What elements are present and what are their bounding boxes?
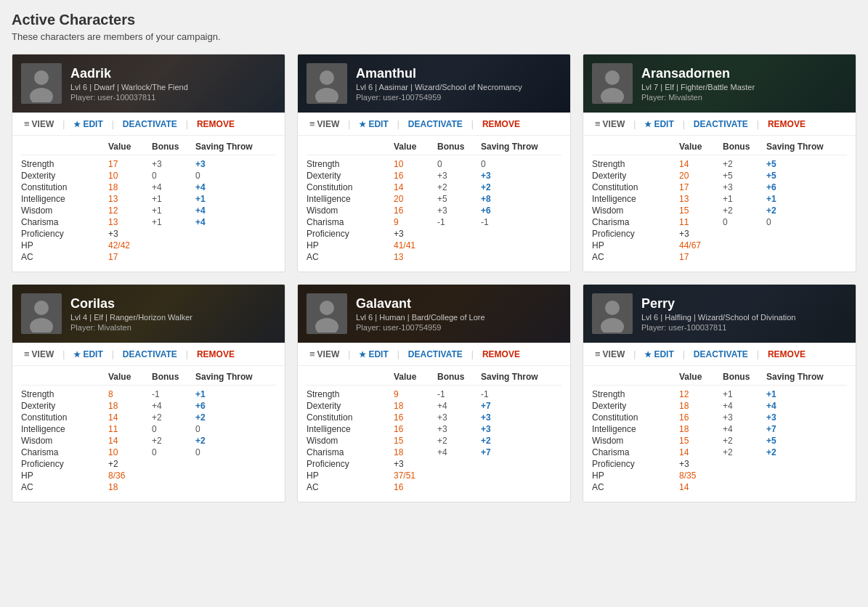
stat-name-cell: Charisma — [21, 217, 108, 227]
stat-value-cell: 18 — [108, 401, 152, 411]
view-button-corilas[interactable]: VIEW — [21, 347, 57, 361]
stat-saving-cell: +2 — [195, 412, 276, 423]
stat-name-cell: Strength — [307, 389, 394, 399]
remove-button-perry[interactable]: REMOVE — [765, 348, 808, 361]
stat-value-cell: 15 — [679, 436, 723, 446]
avatar-svg — [593, 295, 631, 333]
ac-value: 13 — [394, 252, 437, 262]
table-row: Wisdom14+2+2 — [21, 435, 276, 447]
table-row: Dexterity20+5+5 — [592, 170, 847, 182]
deactivate-button-galavant[interactable]: DEACTIVATE — [405, 348, 466, 361]
proficiency-value: +2 — [108, 459, 152, 469]
stat-name-cell: Constitution — [21, 412, 108, 423]
avatar-amanthul — [307, 63, 347, 104]
deactivate-button-aadrik[interactable]: DEACTIVATE — [120, 118, 180, 131]
character-card-aransadornen: AransadornenLvl 7 | Elf | Fighter/Battle… — [583, 54, 856, 272]
view-button-galavant[interactable]: VIEW — [307, 347, 342, 361]
ac-row: AC16 — [307, 481, 561, 493]
table-row: Constitution16+3+3 — [307, 412, 561, 423]
stat-name-cell: Intelligence — [592, 194, 679, 204]
table-row: Intelligence13+1+1 — [21, 193, 276, 205]
card-actions-aadrik: VIEW| EDIT|DEACTIVATE|REMOVE — [12, 113, 285, 136]
view-button-amanthul[interactable]: VIEW — [307, 117, 342, 131]
stat-bonus-cell: +3 — [152, 159, 195, 169]
stat-bonus-cell: 0 — [152, 171, 195, 181]
card-actions-galavant: VIEW| EDIT|DEACTIVATE|REMOVE — [298, 343, 570, 366]
remove-button-corilas[interactable]: REMOVE — [194, 348, 238, 361]
proficiency-value: +3 — [108, 229, 152, 239]
avatar-galavant — [307, 293, 347, 334]
stats-header-col-2: Bonus — [723, 142, 766, 152]
proficiency-label: Proficiency — [21, 229, 108, 239]
deactivate-button-aransadornen[interactable]: DEACTIVATE — [691, 118, 751, 131]
proficiency-label: Proficiency — [307, 459, 394, 469]
stat-bonus-cell: +5 — [723, 171, 766, 181]
stat-saving-cell: +2 — [766, 447, 847, 457]
edit-button-corilas[interactable]: EDIT — [70, 348, 105, 361]
svg-point-13 — [320, 301, 334, 315]
character-card-perry: PerryLvl 6 | Halfling | Wizard/School of… — [583, 284, 856, 502]
stat-value-cell: 16 — [394, 424, 437, 434]
proficiency-row: Proficiency+3 — [592, 228, 847, 240]
edit-button-aadrik[interactable]: EDIT — [70, 118, 105, 131]
remove-button-aadrik[interactable]: REMOVE — [194, 118, 238, 131]
card-header-galavant: GalavantLvl 6 | Human | Bard/College of … — [298, 285, 570, 343]
ac-value: 16 — [394, 482, 437, 492]
edit-button-aransadornen[interactable]: EDIT — [641, 118, 676, 131]
hp-row: HP42/42 — [21, 240, 276, 251]
header-info-aadrik: AadrikLvl 6 | Dwarf | Warlock/The FiendP… — [70, 66, 188, 102]
view-icon — [24, 349, 30, 359]
edit-icon — [644, 349, 652, 359]
table-row: Constitution16+3+3 — [592, 412, 847, 423]
view-button-perry[interactable]: VIEW — [592, 347, 628, 361]
edit-button-perry[interactable]: EDIT — [641, 348, 676, 361]
remove-button-galavant[interactable]: REMOVE — [479, 348, 523, 361]
view-button-aransadornen[interactable]: VIEW — [592, 117, 628, 131]
proficiency-row: Proficiency+3 — [592, 458, 847, 470]
stat-saving-cell: +1 — [195, 194, 276, 204]
proficiency-row: Proficiency+3 — [21, 228, 276, 240]
stat-bonus-cell: +1 — [723, 389, 766, 399]
stat-value-cell: 16 — [394, 412, 437, 423]
stat-saving-cell: +5 — [766, 436, 847, 446]
stat-bonus-cell: +2 — [437, 436, 481, 446]
card-actions-aransadornen: VIEW| EDIT|DEACTIVATE|REMOVE — [583, 113, 856, 136]
edit-button-amanthul[interactable]: EDIT — [356, 118, 391, 131]
deactivate-button-amanthul[interactable]: DEACTIVATE — [405, 118, 466, 131]
remove-button-amanthul[interactable]: REMOVE — [479, 118, 523, 131]
svg-point-16 — [605, 301, 620, 315]
stat-bonus-cell: +4 — [152, 401, 195, 411]
character-card-galavant: GalavantLvl 6 | Human | Bard/College of … — [297, 284, 571, 502]
proficiency-row: Proficiency+3 — [307, 458, 561, 470]
stat-saving-cell: +6 — [481, 205, 561, 216]
ac-row: AC17 — [592, 251, 847, 263]
edit-button-galavant[interactable]: EDIT — [356, 348, 391, 361]
char-name-aadrik: Aadrik — [70, 66, 188, 81]
stat-name-cell: Dexterity — [21, 401, 108, 411]
stat-bonus-cell: +3 — [437, 412, 481, 423]
ac-label: AC — [307, 252, 394, 262]
stat-bonus-cell: +4 — [437, 447, 481, 457]
stat-value-cell: 15 — [679, 205, 723, 216]
char-name-aransadornen: Aransadornen — [641, 66, 755, 81]
stat-value-cell: 17 — [679, 182, 723, 192]
action-separator: | — [633, 349, 636, 359]
hp-row: HP8/36 — [21, 470, 276, 481]
stats-header-col-0 — [21, 372, 108, 382]
remove-button-aransadornen[interactable]: REMOVE — [765, 118, 808, 131]
stat-bonus-cell: 0 — [152, 447, 195, 457]
stat-name-cell: Wisdom — [307, 205, 394, 216]
char-details-aransadornen: Lvl 7 | Elf | Fighter/Battle Master — [641, 83, 755, 91]
table-row: Strength14+2+5 — [592, 158, 847, 170]
view-button-aadrik[interactable]: VIEW — [21, 117, 57, 131]
deactivate-button-perry[interactable]: DEACTIVATE — [691, 348, 751, 361]
char-player-aransadornen: Player: Mivalsten — [641, 93, 755, 102]
ac-value: 14 — [679, 482, 723, 492]
deactivate-button-corilas[interactable]: DEACTIVATE — [120, 348, 180, 361]
stat-value-cell: 10 — [108, 447, 152, 457]
stat-value-cell: 9 — [394, 389, 437, 399]
hp-row: HP8/35 — [592, 470, 847, 481]
stats-header-col-3: Saving Throw — [195, 372, 276, 382]
stat-saving-cell: +4 — [195, 205, 276, 216]
table-row: Strength17+3+3 — [21, 158, 276, 170]
